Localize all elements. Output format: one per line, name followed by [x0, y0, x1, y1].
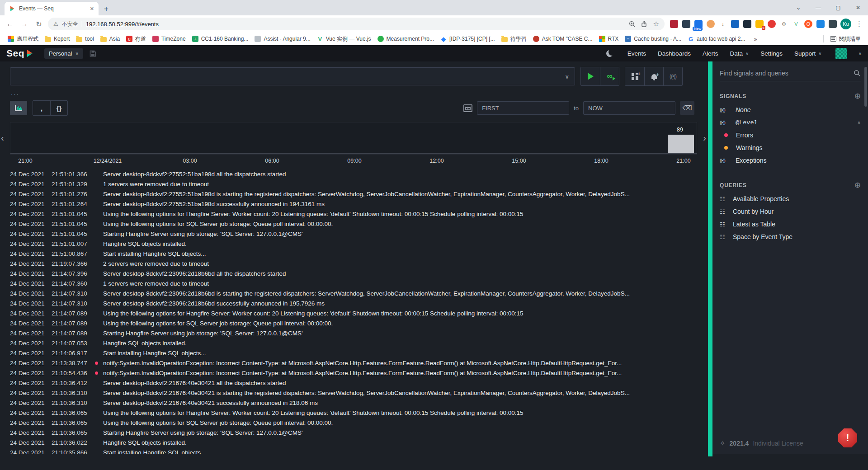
zoom-icon[interactable] [629, 21, 636, 28]
license-alert-badge[interactable]: ! [838, 428, 857, 447]
event-histogram[interactable]: ‹ 89 › [0, 122, 708, 155]
window-maximize-button[interactable]: ▢ [828, 0, 848, 15]
log-row[interactable]: 24 Dec 202121:19:07.3662 servers were re… [0, 258, 708, 268]
bookmark-item[interactable]: ◆[IDP-3175] [CP] [... [437, 34, 498, 43]
bookmark-item[interactable]: TimeZone [149, 34, 189, 43]
chevron-up-icon[interactable]: ∧ [857, 120, 861, 126]
signal-item[interactable]: Errors [712, 129, 868, 141]
log-row[interactable]: 24 Dec 202121:13:38.747notify:System.Inv… [0, 358, 708, 368]
bookmark-item[interactable]: Ask TOM "CASE C... [530, 34, 596, 43]
user-avatar[interactable] [835, 48, 847, 59]
bookmark-item[interactable]: VVue 实例 — Vue.js [314, 34, 374, 44]
run-query-button[interactable] [581, 67, 600, 85]
reading-list-button[interactable]: 閱讀清單 [827, 34, 863, 44]
bookmark-item[interactable]: Asia [97, 34, 123, 43]
not-secure-icon[interactable]: ⚠ [53, 21, 58, 27]
bookmark-item[interactable]: Measurement Pro... [374, 34, 437, 43]
search-icon[interactable] [854, 70, 861, 77]
url-field[interactable]: ⚠ 不安全 192.168.50.52:999/#/events ☆ [48, 18, 665, 30]
query-item[interactable]: ☷Available Properties [712, 193, 868, 205]
nav-item-settings[interactable]: Settings [760, 50, 783, 57]
add-to-dashboard-button[interactable]: + [625, 67, 644, 85]
log-row[interactable]: 24 Dec 202121:14:07.089Using the followi… [0, 318, 708, 328]
log-row[interactable]: 24 Dec 202121:14:06.917Start installing … [0, 348, 708, 358]
bookmark-item[interactable]: +CC1-160 Banking... [189, 34, 252, 43]
new-tab-button[interactable]: + [104, 5, 108, 14]
log-row[interactable]: 24 Dec 202121:14:07.089Using the followi… [0, 308, 708, 318]
record-extension[interactable] [768, 20, 776, 28]
log-row[interactable]: 24 Dec 202121:51:01.276Server desktop-8d… [0, 189, 708, 199]
log-row[interactable]: 24 Dec 202121:51:01.3291 servers were re… [0, 179, 708, 189]
opera-extension[interactable]: O [804, 20, 812, 28]
log-row[interactable]: 24 Dec 202121:10:36.412Server desktop-8d… [0, 378, 708, 388]
signal-item[interactable]: ((•))Exceptions [712, 154, 868, 167]
query-item[interactable]: ☷Latest as Table [712, 218, 868, 230]
log-row[interactable]: 24 Dec 202121:14:07.310Server desktop-8d… [0, 298, 708, 308]
log-row[interactable]: 24 Dec 202121:51:00.867Start installing … [0, 249, 708, 258]
nav-item-data[interactable]: Data∨ [730, 50, 749, 57]
window-collapse-button[interactable]: ⌄ [788, 0, 808, 15]
user-menu-chevron-icon[interactable]: ∨ [859, 51, 862, 56]
nav-item-alerts[interactable]: Alerts [703, 50, 718, 57]
json-format-button[interactable]: {} [50, 101, 67, 115]
nav-item-dashboards[interactable]: Dashboards [658, 50, 691, 57]
save-icon[interactable] [90, 50, 96, 57]
bookmark-item[interactable]: Kepert [42, 34, 73, 43]
log-row[interactable]: 24 Dec 202121:14:07.053Hangfire SQL obje… [0, 338, 708, 348]
bookmark-item[interactable]: Gauto fac web api 2... [684, 34, 748, 43]
bookmarks-overflow-icon[interactable]: » [751, 36, 760, 42]
window-minimize-button[interactable]: — [808, 0, 828, 15]
santa-extension[interactable] [707, 20, 715, 28]
bookmark-item[interactable]: Assist - Angular 9... [251, 34, 313, 43]
refresh-icon[interactable]: ↻ [33, 20, 44, 28]
pinwheel-extension[interactable]: 6 [755, 20, 764, 28]
histogram-next-icon[interactable]: › [703, 133, 706, 143]
back-icon[interactable]: ← [5, 20, 15, 28]
forward-icon[interactable]: → [19, 20, 30, 28]
paw-extension[interactable] [829, 20, 837, 28]
collapsed-query-ellipsis[interactable]: ... [11, 89, 708, 96]
log-row[interactable]: 24 Dec 202121:14:07.310Server desktop-8d… [0, 288, 708, 298]
histogram-plot[interactable]: 89 [10, 122, 697, 155]
add-signal-icon[interactable]: ⊕ [854, 91, 861, 101]
bookmark-star-icon[interactable]: ☆ [653, 20, 659, 28]
log-row[interactable]: 24 Dec 202121:14:07.396Server desktop-8d… [0, 268, 708, 278]
log-row[interactable]: 24 Dec 202121:10:54.436notify:System.Inv… [0, 368, 708, 378]
browser-menu-icon[interactable]: ⋮ [856, 20, 863, 28]
log-row[interactable]: 24 Dec 202121:10:36.065Starting Hangfire… [0, 428, 708, 437]
log-row[interactable]: 24 Dec 202121:51:01.045Using the followi… [0, 209, 708, 219]
range-to-input[interactable]: NOW [583, 101, 675, 115]
range-from-input[interactable]: FIRST [477, 101, 569, 115]
signal-item[interactable]: ((•))None [712, 103, 868, 116]
profile-avatar[interactable]: Ku [840, 19, 851, 29]
log-row[interactable]: 24 Dec 202121:51:01.264Server desktop-8d… [0, 199, 708, 209]
tab-close-icon[interactable]: ✕ [90, 6, 94, 12]
save-signal-button[interactable]: ((•)) [663, 67, 682, 85]
bookmark-item[interactable]: tool [73, 34, 97, 43]
seq-logo[interactable]: Seq [6, 48, 33, 59]
new-card-extension[interactable]: New [694, 20, 703, 28]
log-row[interactable]: 24 Dec 202121:51:01.045Using the followi… [0, 219, 708, 229]
dark-mode-icon[interactable] [606, 50, 613, 57]
histogram-toggle-button[interactable] [10, 101, 27, 115]
log-row[interactable]: 24 Dec 202121:10:36.065Using the followi… [0, 408, 708, 418]
signal-item[interactable]: ((•))@Level∧ [712, 116, 868, 129]
quill-extension[interactable] [682, 20, 690, 28]
log-row[interactable]: 24 Dec 202121:51:01.007Hangfire SQL obje… [0, 239, 708, 249]
blue-extension[interactable] [816, 20, 825, 28]
calendar-icon[interactable] [463, 104, 472, 112]
log-row[interactable]: 24 Dec 202121:10:36.310Server desktop-8d… [0, 398, 708, 408]
query-history-chevron-icon[interactable]: ∨ [565, 73, 569, 80]
raw-format-button[interactable]: , [33, 101, 50, 115]
signal-item[interactable]: Warnings [712, 141, 868, 154]
log-row[interactable]: 24 Dec 202121:10:35.866Start installing … [0, 447, 708, 454]
download-extension[interactable]: ↓ [719, 20, 727, 28]
log-row[interactable]: 24 Dec 202121:14:07.089Starting Hangfire… [0, 328, 708, 338]
signals-search-input[interactable] [720, 70, 854, 77]
bookmark-item[interactable]: 應用程式 [5, 34, 42, 44]
flag-extension[interactable] [670, 20, 678, 28]
panel-divider[interactable] [708, 61, 712, 456]
histogram-prev-icon[interactable]: ‹ [1, 133, 4, 143]
gear-extension[interactable]: ⚙ [780, 20, 788, 28]
query-item[interactable]: ☷Space by Event Type [712, 230, 868, 243]
